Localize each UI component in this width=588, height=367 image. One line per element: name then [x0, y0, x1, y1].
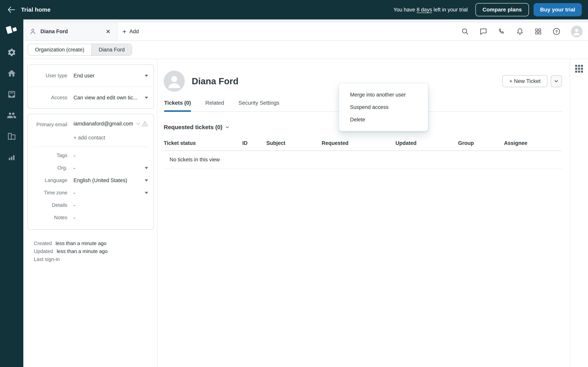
tab-diana-ford[interactable]: Diana Ford ✕	[23, 23, 117, 40]
plus-icon: +	[122, 28, 126, 35]
home-icon	[7, 69, 16, 78]
add-contact-link[interactable]: + add contact	[73, 135, 105, 141]
column-header-requested[interactable]: Requested	[322, 140, 396, 146]
updated-row: Updated less than a minute ago	[34, 247, 154, 255]
sidebar-item-views[interactable]	[0, 84, 23, 105]
chevron-down-icon	[554, 79, 559, 83]
created-value: less than a minute ago	[56, 240, 107, 246]
tab-tickets[interactable]: Tickets (0)	[164, 100, 191, 112]
help-icon[interactable]: ?	[553, 28, 560, 35]
sidebar-item-admin[interactable]	[0, 42, 23, 63]
sidebar-item-home[interactable]	[0, 63, 23, 84]
user-actions-menu: Merge into another user Suspend access D…	[339, 83, 428, 131]
user-avatar-large	[164, 71, 185, 92]
phone-icon[interactable]	[498, 28, 506, 35]
requested-tickets-label: Requested tickets (0)	[164, 124, 223, 131]
language-label: Language	[33, 177, 67, 184]
access-value[interactable]: Can view and edit own tic...	[73, 95, 142, 101]
chevron-down-icon	[145, 75, 148, 77]
empty-table-message: No tickets in this view	[164, 151, 562, 169]
created-row: Created less than a minute ago	[34, 239, 154, 247]
column-header-id[interactable]: ID	[242, 140, 266, 146]
chat-icon[interactable]	[479, 28, 487, 35]
details-field[interactable]: Details -	[33, 199, 148, 211]
page-title: Diana Ford	[192, 76, 238, 86]
timezone-field[interactable]: Time zone -	[33, 187, 148, 199]
new-ticket-caret-button[interactable]	[551, 75, 562, 87]
column-header-subject[interactable]: Subject	[266, 140, 322, 146]
user-type-label: User type	[33, 72, 67, 79]
apps-grid-icon[interactable]	[534, 28, 542, 35]
user-type-value[interactable]: End user	[73, 73, 142, 79]
tab-related[interactable]: Related	[205, 100, 224, 111]
details-value[interactable]: -	[73, 202, 148, 208]
toolbar-icons: ?	[461, 26, 588, 37]
tab-security-settings[interactable]: Security Settings	[239, 100, 279, 111]
back-arrow-icon[interactable]	[6, 5, 16, 15]
chevron-down-icon[interactable]	[136, 121, 141, 126]
organization-icon	[7, 132, 16, 141]
notes-field[interactable]: Notes -	[33, 211, 148, 224]
primary-email-value[interactable]: iamdianaford@gmail.com	[73, 121, 133, 127]
details-label: Details	[33, 202, 67, 209]
bell-icon[interactable]	[516, 28, 524, 35]
access-field[interactable]: Access Can view and edit own tic...	[28, 87, 154, 108]
svg-text:?: ?	[555, 29, 558, 34]
access-label: Access	[33, 94, 67, 101]
menu-item-merge-into-another-user[interactable]: Merge into another user	[339, 89, 428, 101]
chevron-down-icon	[145, 167, 148, 169]
tags-field[interactable]: Tags -	[33, 149, 148, 162]
apps-rail	[570, 59, 588, 367]
column-header-group[interactable]: Group	[458, 140, 504, 146]
contact-details-card: Primary email iamdianaford@gmail.com + a…	[27, 114, 154, 230]
column-header-assignee[interactable]: Assignee	[504, 140, 562, 146]
menu-item-delete[interactable]: Delete	[339, 113, 428, 126]
column-header-ticket-status[interactable]: Ticket status	[164, 140, 242, 146]
add-tab-button[interactable]: + Add	[122, 28, 139, 35]
gear-icon	[7, 48, 16, 57]
user-avatar[interactable]	[571, 26, 583, 37]
timezone-value[interactable]: -	[73, 190, 142, 196]
tabbar-top-strip	[23, 19, 588, 23]
compare-plans-button[interactable]: Compare plans	[476, 3, 529, 16]
notes-label: Notes	[33, 214, 67, 221]
timezone-label: Time zone	[33, 189, 67, 196]
notes-value[interactable]: -	[73, 215, 148, 221]
chevron-down-icon	[225, 125, 229, 129]
column-header-updated[interactable]: Updated	[396, 140, 458, 146]
trial-home-title[interactable]: Trial home	[21, 6, 51, 13]
sidebar-item-organizations[interactable]	[0, 126, 23, 147]
tab-bar: Diana Ford ✕ + Add	[23, 23, 588, 41]
zendesk-logo-icon[interactable]	[5, 25, 18, 36]
last-signin-row: Last sign-in	[34, 255, 154, 263]
org-value[interactable]: -	[73, 165, 142, 171]
card-divider	[33, 147, 148, 147]
last-signin-label: Last sign-in	[34, 256, 60, 262]
chevron-down-icon	[145, 179, 148, 182]
trial-days-link[interactable]: 8 days	[417, 7, 432, 13]
sidebar-item-customers[interactable]	[0, 105, 23, 126]
updated-label: Updated	[34, 248, 53, 254]
breadcrumb-organization-create[interactable]: Organization (create)	[28, 44, 91, 55]
grid-9-icon[interactable]	[575, 65, 583, 73]
search-icon[interactable]	[461, 28, 469, 35]
primary-email-label: Primary email	[33, 120, 67, 141]
breadcrumb-diana-ford[interactable]: Diana Ford	[91, 44, 132, 55]
user-properties-panel: User type End user Access Can view and e…	[23, 59, 157, 367]
menu-item-suspend-access[interactable]: Suspend access	[339, 101, 428, 113]
updated-value: less than a minute ago	[57, 248, 108, 254]
tickets-table-header: Ticket status ID Subject Requested Updat…	[164, 140, 562, 151]
tags-value[interactable]: -	[73, 153, 148, 159]
org-field[interactable]: Org. -	[33, 162, 148, 174]
buy-trial-button[interactable]: Buy your trial	[534, 3, 582, 16]
chevron-down-icon	[145, 97, 148, 99]
language-field[interactable]: Language English (United States)	[33, 174, 148, 187]
new-ticket-button[interactable]: + New Ticket	[502, 75, 548, 87]
sidebar-item-reporting[interactable]	[0, 147, 23, 168]
close-icon[interactable]: ✕	[105, 28, 112, 35]
user-type-field[interactable]: User type End user	[28, 65, 154, 87]
record-meta: Created less than a minute ago Updated l…	[27, 239, 154, 263]
breadcrumb: Organization (create) Diana Ford	[23, 41, 588, 59]
language-value[interactable]: English (United States)	[73, 177, 142, 184]
breadcrumb-segmented-control: Organization (create) Diana Ford	[28, 44, 132, 56]
